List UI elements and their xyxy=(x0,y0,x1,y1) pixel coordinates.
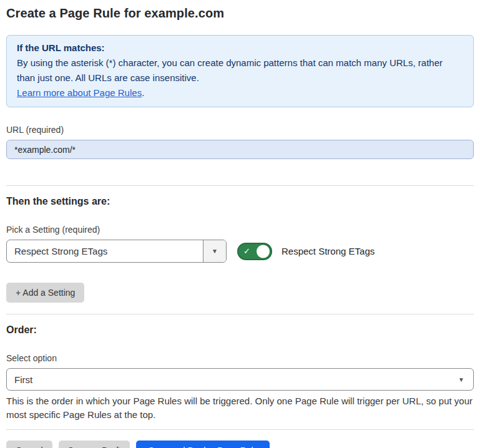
info-box-link-line: Learn more about Page Rules. xyxy=(17,85,463,100)
url-matches-info-box: If the URL matches: By using the asteris… xyxy=(6,35,474,107)
order-help-text: This is the order in which your Page Rul… xyxy=(6,394,473,422)
setting-select-arrow-button[interactable]: ▼ xyxy=(203,240,226,262)
page-title: Create a Page Rule for example.com xyxy=(6,6,474,21)
section-divider xyxy=(6,185,474,186)
form-actions: Cancel Save as Draft Save and Deploy Pag… xyxy=(6,441,474,448)
cancel-button[interactable]: Cancel xyxy=(6,441,52,448)
setting-toggle-on[interactable]: ✓ xyxy=(237,243,272,260)
toggle-knob xyxy=(257,245,270,258)
pick-setting-label: Pick a Setting (required) xyxy=(6,225,474,235)
section-divider xyxy=(6,314,474,314)
chevron-down-icon: ▼ xyxy=(458,376,464,383)
setting-select[interactable]: Respect Strong ETags ▼ xyxy=(6,240,227,263)
url-input[interactable] xyxy=(6,140,474,159)
check-icon: ✓ xyxy=(243,246,250,256)
setting-toggle-label: Respect Strong ETags xyxy=(282,246,375,256)
page-rule-form: Create a Page Rule for example.com If th… xyxy=(0,0,480,448)
learn-more-link[interactable]: Learn more about Page Rules xyxy=(17,87,142,98)
order-select[interactable]: First ▼ xyxy=(6,368,474,391)
link-period: . xyxy=(142,87,144,98)
save-deploy-button[interactable]: Save and Deploy Page Rule xyxy=(136,441,270,448)
footer-divider xyxy=(6,429,474,430)
order-select-value: First xyxy=(14,374,32,385)
chevron-down-icon: ▼ xyxy=(212,248,218,255)
settings-section-heading: Then the settings are: xyxy=(6,196,474,207)
info-box-body: By using the asterisk (*) character, you… xyxy=(17,56,463,85)
save-draft-button[interactable]: Save as Draft xyxy=(59,441,130,448)
setting-select-value: Respect Strong ETags xyxy=(7,240,203,262)
url-field-label: URL (required) xyxy=(6,125,474,135)
info-box-heading: If the URL matches: xyxy=(17,41,463,56)
add-setting-button[interactable]: + Add a Setting xyxy=(6,283,84,303)
order-select-label: Select option xyxy=(6,353,474,363)
setting-row: Respect Strong ETags ▼ ✓ Respect Strong … xyxy=(6,240,474,263)
order-section-heading: Order: xyxy=(6,324,474,336)
